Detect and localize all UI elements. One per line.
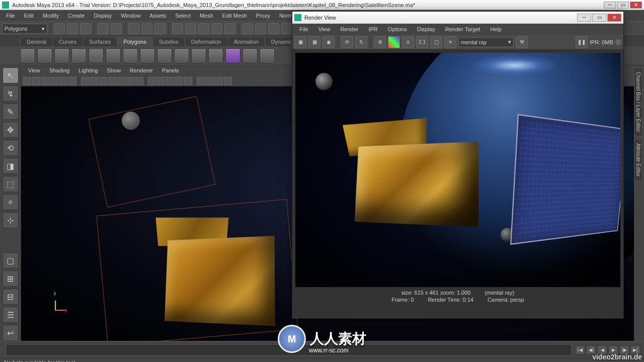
menu-modify[interactable]: Modify [39,11,63,20]
vp-select-camera-button[interactable] [23,77,31,85]
shelf-tab-animation[interactable]: Animation [227,37,265,46]
vp-grease-button[interactable] [68,77,76,85]
rv-menu-help[interactable]: Help [485,25,507,34]
outliner-view-button[interactable]: ☰ [3,307,19,323]
vp-wireframe-button[interactable] [148,77,156,85]
last-tool-button[interactable]: ↩ [3,325,19,341]
shelf-tab-deformation[interactable]: Deformation [185,37,228,46]
rv-close-button[interactable]: ✕ [607,14,621,22]
shelf-tab-surfaces[interactable]: Surfaces [83,37,117,46]
vp-film-gate-button[interactable] [90,77,98,85]
poly-cylinder-button[interactable] [54,48,69,63]
select-tool[interactable]: ↖ [3,67,19,83]
poly-bridge-button[interactable] [260,48,275,63]
shelf-tab-general[interactable]: General [20,37,53,46]
vp-gate-mask-button[interactable] [108,77,116,85]
rv-menu-options[interactable]: Options [383,25,412,34]
vp-menu-shading[interactable]: Shading [45,66,73,74]
vp-screen-button[interactable] [224,77,232,85]
minimize-button[interactable]: ─ [604,2,616,9]
vp-image-plane-button[interactable] [50,77,58,85]
poly-cone-button[interactable] [71,48,87,63]
poly-pyramid-button[interactable] [208,48,223,63]
rv-renderer-dropdown[interactable]: mental ray▾ [458,37,514,47]
move-tool[interactable]: ✥ [3,122,19,138]
menu-assets[interactable]: Assets [145,11,170,20]
vp-field-chart-button[interactable] [117,77,125,85]
shelf-tab-polygons[interactable]: Polygons [117,37,152,46]
poly-platonic-button[interactable] [191,48,206,63]
vp-shadows-button[interactable] [184,77,192,85]
show-manip-tool[interactable]: ⊹ [3,212,19,228]
poly-prism-button[interactable] [123,48,138,63]
rv-options-button[interactable]: ⚒ [516,36,528,48]
rv-menu-display[interactable]: Display [412,25,440,34]
vp-menu-panels[interactable]: Panels [158,66,183,74]
four-view-button[interactable]: ⊞ [3,270,19,287]
rotate-tool[interactable]: ⟲ [3,140,19,156]
maximize-button[interactable]: ▭ [617,2,629,9]
menu-display[interactable]: Display [90,11,116,20]
rv-rgb-button[interactable] [388,36,400,48]
undo-button[interactable] [98,23,109,34]
new-scene-button[interactable] [54,23,65,34]
menu-window[interactable]: Window [117,11,144,20]
render-settings-button[interactable] [281,23,292,34]
snap-grid-button[interactable] [172,23,183,34]
menu-edit[interactable]: Edit [20,11,38,20]
vp-menu-lighting[interactable]: Lighting [74,66,102,74]
poly-extrude-button[interactable] [243,48,258,63]
snap-live-button[interactable] [224,23,235,34]
snap-curve-button[interactable] [185,23,196,34]
rv-pause-ipr-button[interactable]: ❚❚ [576,36,588,48]
construction-history-button[interactable] [242,23,253,34]
poly-cube-button[interactable] [37,48,52,63]
shelf-tab-subdivs[interactable]: Subdivs [152,37,185,46]
rv-menu-view[interactable]: View [313,25,336,34]
rv-menu-file[interactable]: File [294,25,313,34]
go-start-button[interactable]: |◀ [575,345,585,354]
vp-lock-camera-button[interactable] [32,77,40,85]
rv-keep-image-button[interactable]: ▢ [430,36,442,48]
poly-pipe-button[interactable] [140,48,155,63]
two-view-button[interactable]: ⊟ [3,289,19,305]
vp-safe-title-button[interactable] [135,77,143,85]
open-scene-button[interactable] [67,23,78,34]
close-button[interactable]: ✕ [630,2,642,9]
rv-render-region-button[interactable]: ▦ [308,36,320,48]
save-scene-button[interactable] [80,23,91,34]
scale-tool[interactable]: ◨ [3,158,19,174]
lasso-tool[interactable]: ↯ [3,85,19,102]
timeline[interactable] [7,345,571,354]
vp-grid-button[interactable] [81,77,89,85]
rv-refresh-button[interactable]: ↻ [355,36,367,48]
snap-point-button[interactable] [198,23,209,34]
soft-mod-tool[interactable]: ✧ [3,194,19,210]
attribute-editor-tab[interactable]: Attribute Editor [634,139,642,181]
vp-shaded-button[interactable] [157,77,165,85]
rv-minimize-button[interactable]: ─ [577,14,591,22]
rv-remove-image-button[interactable]: ✕ [444,36,456,48]
vp-menu-show[interactable]: Show [103,66,125,74]
shelf-tab-curves[interactable]: Curves [52,37,83,46]
vp-isolate-button[interactable] [197,77,205,85]
redo-button[interactable] [111,23,122,34]
rv-menu-rendertarget[interactable]: Render Target [440,25,486,34]
poly-soccer-button[interactable] [174,48,189,63]
select-object-button[interactable] [141,23,152,34]
rv-maximize-button[interactable]: ▭ [592,14,606,22]
menu-file[interactable]: File [2,11,19,20]
poly-helix-button[interactable] [157,48,172,63]
module-dropdown[interactable]: Polygons▾ [2,24,47,34]
rv-snapshot-button[interactable]: ◉ [323,36,335,48]
vp-menu-view[interactable]: View [24,66,44,74]
poly-type-button[interactable] [225,48,240,63]
vp-menu-renderer[interactable]: Renderer [126,66,157,74]
vp-xray-joints-button[interactable] [215,77,223,85]
poly-torus-button[interactable] [106,48,121,63]
menu-proxy[interactable]: Proxy [252,11,274,20]
vp-safe-action-button[interactable] [126,77,134,85]
rv-menu-render[interactable]: Render [335,25,363,34]
vp-textured-button[interactable] [166,77,174,85]
paint-select-tool[interactable]: ✎ [3,104,19,120]
